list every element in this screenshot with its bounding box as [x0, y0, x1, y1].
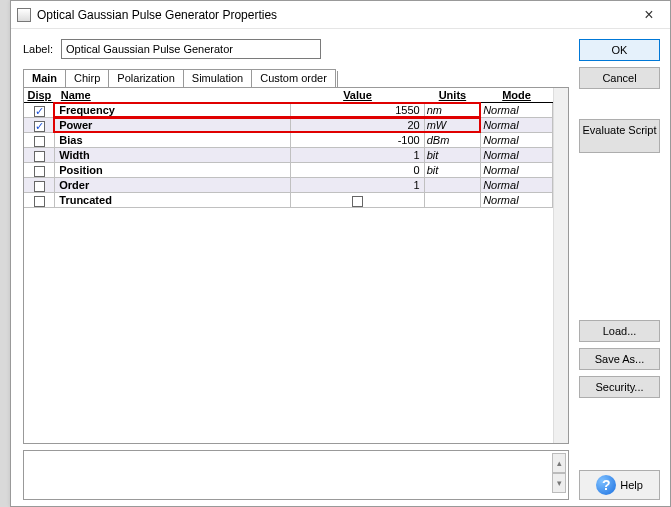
cell-name: Bias	[55, 133, 291, 148]
properties-panel: Disp Name Value Units Mode Frequency1550…	[23, 87, 569, 444]
description-box: ▴ ▾	[23, 450, 569, 500]
disp-checkbox[interactable]	[34, 121, 45, 132]
cell-units[interactable]: mW	[424, 118, 480, 133]
cell-units[interactable]: bit	[424, 163, 480, 178]
disp-checkbox[interactable]	[34, 196, 45, 207]
security-button[interactable]: Security...	[579, 376, 660, 398]
cell-value[interactable]: 1550	[291, 103, 424, 118]
tab-custom-order[interactable]: Custom order	[251, 69, 336, 87]
tab-main[interactable]: Main	[23, 69, 66, 87]
save-as-button[interactable]: Save As...	[579, 348, 660, 370]
cell-units[interactable]	[424, 178, 480, 193]
cancel-button[interactable]: Cancel	[579, 67, 660, 89]
col-mode[interactable]: Mode	[481, 88, 553, 103]
cell-value[interactable]: 1	[291, 148, 424, 163]
cell-value[interactable]: 1	[291, 178, 424, 193]
cell-name: Position	[55, 163, 291, 178]
col-value[interactable]: Value	[291, 88, 424, 103]
vertical-scrollbar[interactable]	[553, 88, 568, 443]
help-icon: ?	[596, 475, 616, 495]
window-title: Optical Gaussian Pulse Generator Propert…	[37, 8, 634, 22]
cell-mode[interactable]: Normal	[481, 148, 553, 163]
dialog-window: Optical Gaussian Pulse Generator Propert…	[10, 0, 671, 507]
table-row[interactable]: Position0bitNormal	[24, 163, 553, 178]
cell-mode[interactable]: Normal	[481, 103, 553, 118]
ok-button[interactable]: OK	[579, 39, 660, 61]
cell-name: Width	[55, 148, 291, 163]
properties-grid[interactable]: Disp Name Value Units Mode Frequency1550…	[24, 88, 553, 208]
disp-checkbox[interactable]	[34, 166, 45, 177]
disp-checkbox[interactable]	[34, 136, 45, 147]
app-icon	[17, 8, 31, 22]
table-row[interactable]: Width1bitNormal	[24, 148, 553, 163]
table-row[interactable]: Power20mWNormal	[24, 118, 553, 133]
close-icon[interactable]: ×	[634, 7, 664, 23]
cell-mode[interactable]: Normal	[481, 178, 553, 193]
evaluate-script-button[interactable]: Evaluate Script	[579, 119, 660, 153]
spin-buttons[interactable]: ▴ ▾	[552, 453, 566, 493]
table-row[interactable]: Bias-100dBmNormal	[24, 133, 553, 148]
cell-mode[interactable]: Normal	[481, 163, 553, 178]
col-units[interactable]: Units	[424, 88, 480, 103]
cell-value[interactable]	[291, 193, 424, 208]
cell-units[interactable]	[424, 193, 480, 208]
label-caption: Label:	[23, 43, 55, 55]
disp-checkbox[interactable]	[34, 151, 45, 162]
help-button[interactable]: ? Help	[579, 470, 660, 500]
col-name[interactable]: Name	[55, 88, 291, 103]
cell-name: Order	[55, 178, 291, 193]
tab-simulation[interactable]: Simulation	[183, 69, 252, 87]
cell-value[interactable]: -100	[291, 133, 424, 148]
cell-value[interactable]: 0	[291, 163, 424, 178]
table-row[interactable]: TruncatedNormal	[24, 193, 553, 208]
disp-checkbox[interactable]	[34, 181, 45, 192]
cell-mode[interactable]: Normal	[481, 133, 553, 148]
cell-value[interactable]: 20	[291, 118, 424, 133]
load-button[interactable]: Load...	[579, 320, 660, 342]
label-input[interactable]	[61, 39, 321, 59]
help-label: Help	[620, 479, 643, 491]
cell-mode[interactable]: Normal	[481, 193, 553, 208]
disp-checkbox[interactable]	[34, 106, 45, 117]
cell-units[interactable]: nm	[424, 103, 480, 118]
titlebar: Optical Gaussian Pulse Generator Propert…	[11, 1, 670, 29]
value-checkbox[interactable]	[352, 196, 363, 207]
cell-mode[interactable]: Normal	[481, 118, 553, 133]
spin-up-icon[interactable]: ▴	[552, 453, 566, 473]
spin-down-icon[interactable]: ▾	[552, 473, 566, 493]
col-disp[interactable]: Disp	[24, 88, 55, 103]
table-row[interactable]: Order1Normal	[24, 178, 553, 193]
cell-name: Power	[55, 118, 291, 133]
cell-name: Frequency	[55, 103, 291, 118]
cell-units[interactable]: dBm	[424, 133, 480, 148]
cell-units[interactable]: bit	[424, 148, 480, 163]
cell-name: Truncated	[55, 193, 291, 208]
tab-chirp[interactable]: Chirp	[65, 69, 109, 87]
tab-bar: MainChirpPolarizationSimulationCustom or…	[23, 69, 569, 87]
tab-polarization[interactable]: Polarization	[108, 69, 183, 87]
table-row[interactable]: Frequency1550nmNormal	[24, 103, 553, 118]
